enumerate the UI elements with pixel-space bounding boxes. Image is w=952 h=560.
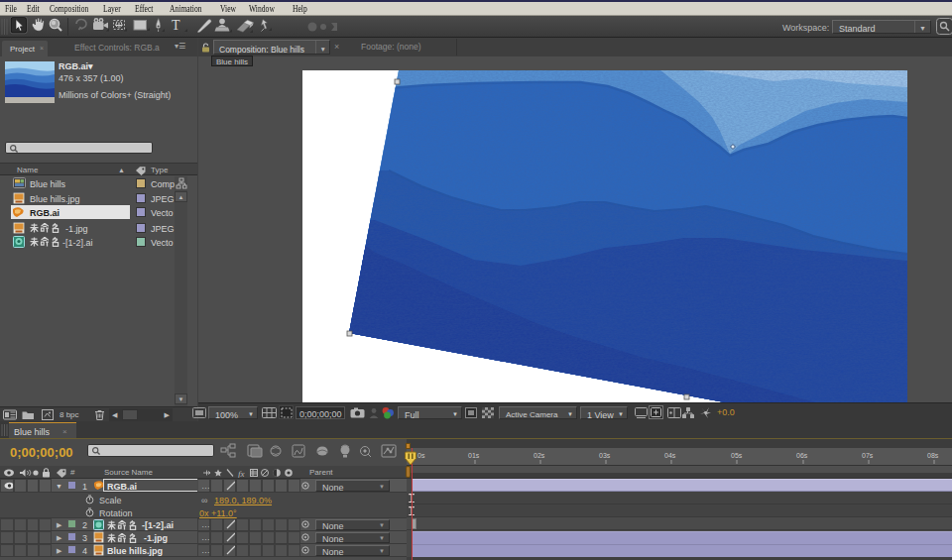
svg-text:fx: fx xyxy=(238,469,245,479)
svg-text:T: T xyxy=(172,18,180,33)
